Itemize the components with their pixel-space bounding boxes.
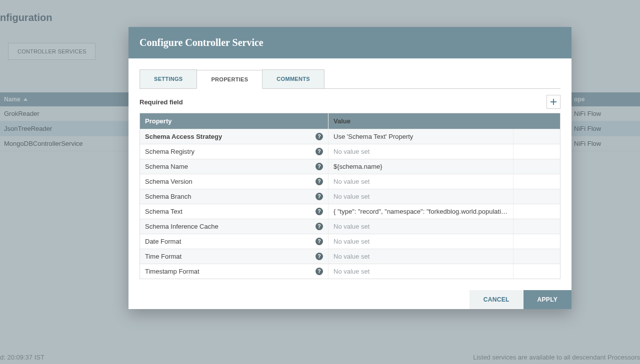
configure-controller-service-dialog: Configure Controller Service SETTINGS PR…: [128, 27, 572, 309]
modal-overlay[interactable]: Configure Controller Service SETTINGS PR…: [0, 0, 640, 364]
property-row[interactable]: Schema Branch?No value set: [140, 189, 560, 204]
property-name: Schema Version: [145, 178, 192, 185]
help-icon[interactable]: ?: [316, 133, 323, 140]
property-name: Schema Name: [145, 163, 188, 170]
help-icon[interactable]: ?: [316, 238, 323, 245]
property-actions-cell: [513, 234, 560, 249]
help-icon[interactable]: ?: [316, 163, 323, 170]
property-name-cell: Schema Text?: [140, 204, 328, 219]
tab-comments[interactable]: COMMENTS: [262, 69, 324, 88]
property-name: Schema Registry: [145, 148, 194, 155]
property-name: Date Format: [145, 238, 181, 245]
help-icon[interactable]: ?: [316, 208, 323, 215]
property-name-cell: Schema Branch?: [140, 189, 328, 204]
plus-icon: [550, 98, 557, 105]
property-value-cell[interactable]: No value set: [328, 144, 513, 159]
property-row[interactable]: Schema Inference Cache?No value set: [140, 219, 560, 234]
property-name: Time Format: [145, 253, 182, 260]
help-icon[interactable]: ?: [316, 253, 323, 260]
property-value-cell[interactable]: No value set: [328, 174, 513, 189]
dialog-tabs: SETTINGS PROPERTIES COMMENTS: [140, 69, 560, 89]
property-actions-cell: [513, 204, 560, 219]
property-name-cell: Time Format?: [140, 249, 328, 264]
property-name: Schema Text: [145, 208, 182, 215]
property-value-cell[interactable]: No value set: [328, 219, 513, 234]
help-icon[interactable]: ?: [316, 148, 323, 155]
svg-rect-1: [550, 101, 556, 102]
property-value-cell[interactable]: Use 'Schema Text' Property: [328, 129, 513, 144]
dialog-footer: CANCEL APPLY: [128, 290, 572, 309]
property-row[interactable]: Schema Text?{ "type": "record", "namespa…: [140, 204, 560, 219]
property-name-cell: Schema Version?: [140, 174, 328, 189]
property-value-cell[interactable]: No value set: [328, 264, 513, 279]
property-row[interactable]: Schema Name?${schema.name}: [140, 159, 560, 174]
property-value-cell[interactable]: { "type": "record", "namespace": "forked…: [328, 204, 513, 219]
help-icon[interactable]: ?: [316, 178, 323, 185]
property-name: Timestamp Format: [145, 268, 200, 275]
property-name: Schema Inference Cache: [145, 223, 218, 230]
property-row[interactable]: Schema Access Strategy?Use 'Schema Text'…: [140, 129, 560, 144]
property-actions-cell: [513, 174, 560, 189]
property-row[interactable]: Time Format?No value set: [140, 249, 560, 264]
property-actions-cell: [513, 159, 560, 174]
required-field-label: Required field: [140, 98, 183, 106]
header-value: Value: [328, 113, 560, 129]
property-row[interactable]: Schema Version?No value set: [140, 174, 560, 189]
property-row[interactable]: Date Format?No value set: [140, 234, 560, 249]
property-actions-cell: [513, 249, 560, 264]
property-value-cell[interactable]: No value set: [328, 189, 513, 204]
property-name-cell: Timestamp Format?: [140, 264, 328, 279]
property-name-cell: Schema Name?: [140, 159, 328, 174]
add-property-button[interactable]: [546, 95, 560, 109]
property-row[interactable]: Timestamp Format?No value set: [140, 264, 560, 279]
help-icon[interactable]: ?: [316, 193, 323, 200]
property-value-cell[interactable]: ${schema.name}: [328, 159, 513, 174]
dialog-title: Configure Controller Service: [128, 27, 572, 58]
property-value-cell[interactable]: No value set: [328, 234, 513, 249]
property-name-cell: Schema Inference Cache?: [140, 219, 328, 234]
property-value-cell[interactable]: No value set: [328, 249, 513, 264]
apply-button[interactable]: APPLY: [524, 290, 572, 309]
property-actions-cell: [513, 264, 560, 279]
property-actions-cell: [513, 189, 560, 204]
property-name-cell: Schema Registry?: [140, 144, 328, 159]
property-actions-cell: [513, 129, 560, 144]
tab-properties[interactable]: PROPERTIES: [196, 70, 262, 89]
help-icon[interactable]: ?: [316, 223, 323, 230]
tab-settings[interactable]: SETTINGS: [140, 69, 197, 88]
property-name: Schema Branch: [145, 193, 192, 200]
cancel-button[interactable]: CANCEL: [470, 290, 524, 309]
property-actions-cell: [513, 144, 560, 159]
property-actions-cell: [513, 219, 560, 234]
properties-table: Property Value Schema Access Strategy?Us…: [140, 113, 560, 279]
property-row[interactable]: Schema Registry?No value set: [140, 144, 560, 159]
property-name: Schema Access Strategy: [145, 133, 222, 140]
property-name-cell: Date Format?: [140, 234, 328, 249]
help-icon[interactable]: ?: [316, 268, 323, 275]
header-property: Property: [140, 113, 328, 129]
property-name-cell: Schema Access Strategy?: [140, 129, 328, 144]
